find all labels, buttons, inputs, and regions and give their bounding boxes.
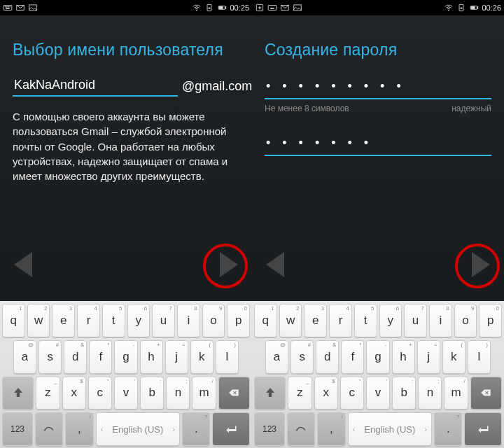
key-a[interactable]: a@: [13, 340, 36, 374]
key-v[interactable]: v': [366, 377, 390, 410]
next-button[interactable]: [472, 252, 490, 277]
key-d[interactable]: d&: [64, 340, 87, 374]
key-z[interactable]: z_: [36, 377, 59, 410]
shift-key[interactable]: [2, 377, 34, 410]
comma-key[interactable]: ,!: [65, 412, 93, 446]
back-button[interactable]: [266, 252, 284, 277]
wifi-icon: [192, 3, 202, 13]
key-k[interactable]: k(: [442, 340, 465, 374]
svg-rect-11: [209, 8, 210, 8]
key-b[interactable]: b:: [392, 377, 416, 410]
username-input[interactable]: [13, 75, 178, 97]
svg-rect-6: [6, 8, 10, 9]
backspace-key[interactable]: [218, 377, 250, 410]
key-h[interactable]: h+: [392, 340, 415, 374]
space-key[interactable]: English (US)‹›: [96, 412, 181, 446]
key-u[interactable]: u7: [152, 304, 175, 337]
key-f[interactable]: f*: [89, 340, 112, 374]
screen-create-password: 00:26 Создание пароля • • • • • • • • • …: [252, 0, 504, 448]
svg-point-21: [449, 10, 449, 10]
key-f[interactable]: f*: [341, 340, 364, 374]
page-title: Выбор имени пользователя: [13, 41, 239, 59]
key-y[interactable]: y6: [127, 304, 150, 337]
key-n[interactable]: n;: [166, 377, 190, 410]
key-r[interactable]: r4: [329, 304, 352, 337]
key-e[interactable]: e3: [52, 304, 75, 337]
svg-point-5: [10, 6, 10, 7]
key-r[interactable]: r4: [77, 304, 100, 337]
key-l[interactable]: l): [468, 340, 491, 374]
back-button[interactable]: [14, 252, 32, 277]
key-o[interactable]: o9: [202, 304, 225, 337]
comma-key[interactable]: ,!: [317, 412, 345, 446]
password-strength: надежный: [451, 104, 491, 113]
next-button[interactable]: [220, 252, 238, 277]
key-m[interactable]: m/: [444, 377, 468, 410]
svg-point-1: [5, 6, 6, 7]
page-title: Создание пароля: [265, 41, 491, 59]
key-d[interactable]: d&: [316, 340, 339, 374]
password-hint-min: Не менее 8 символов: [265, 104, 451, 113]
key-i[interactable]: i8: [177, 304, 200, 337]
mail-icon: [15, 3, 25, 13]
key-y[interactable]: y6: [379, 304, 402, 337]
password-input[interactable]: • • • • • • • • •: [265, 75, 491, 99]
svg-rect-26: [471, 6, 475, 9]
key-c[interactable]: c": [88, 377, 112, 410]
key-g[interactable]: g-: [366, 340, 389, 374]
key-x[interactable]: x$: [62, 377, 86, 410]
key-j[interactable]: j=: [417, 340, 440, 374]
key-v[interactable]: v': [114, 377, 138, 410]
key-z[interactable]: z_: [288, 377, 312, 410]
key-l[interactable]: l): [216, 340, 239, 374]
username-domain-suffix: @gmail.com: [182, 79, 252, 97]
svg-point-4: [8, 6, 9, 7]
key-s[interactable]: s#: [38, 340, 62, 374]
key-s[interactable]: s#: [290, 340, 314, 374]
shift-key[interactable]: [254, 377, 286, 410]
password-confirm-input[interactable]: • • • • • • •: [265, 132, 491, 156]
key-w[interactable]: w2: [279, 304, 302, 337]
status-bar: 00:26: [252, 0, 504, 15]
svg-point-27: [296, 430, 298, 431]
key-o[interactable]: o9: [454, 304, 477, 337]
svg-rect-23: [461, 8, 462, 8]
add-icon: [255, 3, 265, 13]
key-p[interactable]: p0: [479, 304, 502, 337]
key-t[interactable]: t5: [354, 304, 377, 337]
svg-rect-8: [29, 5, 37, 10]
space-key[interactable]: English (US)‹›: [348, 412, 433, 446]
keyboard: q1w2e3r4t5y6u7i8o9p0a@s#d&f*g-h+j=k(l)z_…: [252, 301, 504, 448]
key-k[interactable]: k(: [190, 340, 214, 374]
key-n[interactable]: n;: [418, 377, 442, 410]
key-x[interactable]: x$: [314, 377, 338, 410]
numbers-key[interactable]: 123: [2, 412, 33, 446]
svg-rect-18: [271, 8, 274, 9]
enter-key[interactable]: [212, 412, 250, 446]
image-icon: [28, 3, 38, 13]
status-time: 00:25: [230, 4, 249, 12]
key-e[interactable]: e3: [304, 304, 327, 337]
swiftkey-icon-key[interactable]: [287, 412, 315, 446]
key-j[interactable]: j=: [165, 340, 188, 374]
key-u[interactable]: u7: [404, 304, 427, 337]
key-h[interactable]: h+: [140, 340, 163, 374]
key-b[interactable]: b:: [140, 377, 164, 410]
numbers-key[interactable]: 123: [254, 412, 285, 446]
backspace-key[interactable]: [470, 377, 502, 410]
key-w[interactable]: w2: [27, 304, 50, 337]
key-g[interactable]: g-: [114, 340, 137, 374]
key-m[interactable]: m/: [192, 377, 216, 410]
key-i[interactable]: i8: [429, 304, 452, 337]
key-a[interactable]: a@: [265, 340, 288, 374]
key-q[interactable]: q1: [2, 304, 25, 337]
enter-key[interactable]: [464, 412, 502, 446]
period-key[interactable]: .?: [182, 412, 210, 446]
key-q[interactable]: q1: [254, 304, 277, 337]
key-p[interactable]: p0: [227, 304, 250, 337]
key-c[interactable]: c": [340, 377, 364, 410]
svg-point-2: [6, 6, 7, 7]
period-key[interactable]: .?: [434, 412, 462, 446]
key-t[interactable]: t5: [102, 304, 125, 337]
swiftkey-icon-key[interactable]: [35, 412, 63, 446]
